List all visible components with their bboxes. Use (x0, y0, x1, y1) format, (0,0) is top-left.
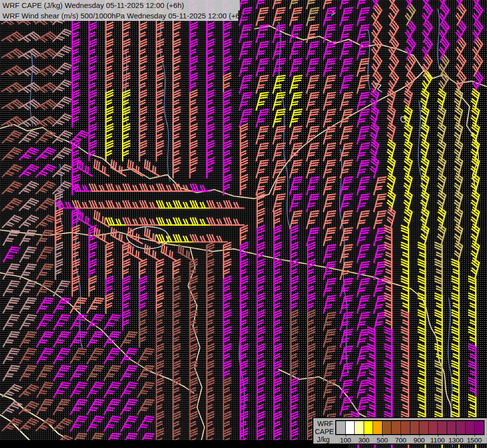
wind-barb-field (0, 0, 487, 448)
legend-tick-label: 1500 (465, 437, 485, 444)
model-title-shear: WRF Wind shear (m/s) 500/1000hPa Wednesd… (0, 10, 238, 21)
legend-tick-label: 1100 (428, 437, 448, 444)
legend-tick-label: 500 (373, 437, 392, 444)
model-title-cape: WRF CAPE (J/kg) Wednesday 05-11-2025 12:… (0, 0, 240, 10)
legend-tick-label: 700 (391, 437, 411, 444)
legend-cell (391, 421, 400, 434)
legend-cell (382, 421, 391, 434)
cape-legend: WRF CAPE J/kg 10030050070090011001300150… (312, 417, 487, 445)
legend-label-unit: J/kg (317, 436, 330, 444)
legend-cell (474, 421, 484, 434)
legend-cell (410, 421, 419, 434)
map-bottom-strip (0, 440, 348, 448)
legend-cell (373, 421, 382, 434)
wrf-map: WRF CAPE (J/kg) Wednesday 05-11-2025 12:… (0, 0, 487, 448)
legend-cell (428, 421, 438, 434)
legend-cell (354, 421, 364, 434)
legend-cell (437, 421, 447, 434)
legend-cell (336, 421, 345, 434)
legend-cell (447, 421, 456, 434)
legend-label-wrf: WRF (317, 420, 333, 428)
legend-cell (419, 421, 428, 434)
legend-cell (465, 421, 475, 434)
legend-cell (345, 421, 355, 434)
legend-tick-label: 900 (409, 437, 429, 444)
legend-tick-label: 100 (336, 437, 356, 444)
model-header: WRF CAPE (J/kg) Wednesday 05-11-2025 12:… (0, 0, 240, 21)
legend-cell (456, 421, 465, 434)
legend-tick-label: 300 (354, 437, 374, 444)
legend-tick-label: 1300 (446, 437, 466, 444)
legend-cell (364, 421, 373, 434)
legend-colorbar (335, 420, 485, 435)
legend-cell (400, 421, 410, 434)
legend-label-cape: CAPE (315, 428, 334, 436)
